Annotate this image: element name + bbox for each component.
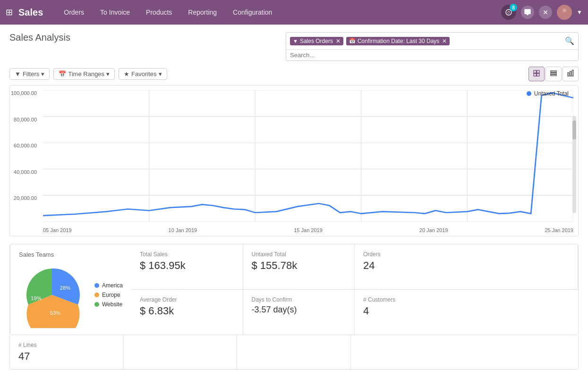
pie-chart-svg: 28% 53% 19% (19, 262, 85, 328)
legend-dot (527, 91, 531, 96)
stat-untaxed-total: Untaxed Total $ 155.78k (243, 244, 355, 290)
svg-rect-7 (537, 74, 539, 76)
stat-orders-label: Orders (363, 251, 569, 258)
svg-text:⏱: ⏱ (507, 10, 511, 15)
search-input[interactable] (290, 52, 574, 59)
nav-menu: Orders To Invoice Products Reporting Con… (57, 6, 501, 19)
svg-rect-9 (551, 73, 556, 74)
pie-legend: America Europe Website (94, 282, 123, 308)
chart-scrollbar-thumb[interactable] (572, 121, 576, 139)
nav-to-invoice[interactable]: To Invoice (94, 6, 136, 19)
x-label-3: 20 Jan 2019 (419, 227, 448, 233)
calendar-icon: 📅 (349, 38, 356, 44)
close-icon-btn[interactable] (539, 6, 552, 19)
stat-lines-empty-2 (237, 335, 351, 369)
lines-row: # Lines 47 (9, 335, 579, 370)
stat-untaxed-value: $ 155.78k (252, 260, 346, 272)
y-label-3: 40,000.00 (14, 169, 37, 175)
x-label-2: 15 Jan 2019 (294, 227, 323, 233)
bar-view-button[interactable] (562, 67, 579, 81)
time-ranges-chevron: ▾ (106, 70, 110, 78)
svg-rect-8 (551, 71, 556, 72)
stats-grid: Total Sales $ 163.95k Untaxed Total $ 15… (9, 244, 579, 335)
toolbar: ▼ Filters ▾ 📅 Time Ranges ▾ ★ Favorites … (9, 67, 579, 81)
stat-total-sales: Total Sales $ 163.95k (131, 244, 243, 290)
favorites-chevron: ▾ (159, 70, 162, 78)
stat-orders-value: 24 (363, 260, 569, 272)
app-name: Sales (18, 7, 43, 18)
sales-teams-cell: Sales Teams 28% 53% (10, 244, 131, 335)
filter-icon: ▼ (15, 70, 21, 78)
sales-teams-title: Sales Teams (19, 251, 123, 258)
svg-rect-11 (568, 73, 569, 76)
filters-chevron: ▾ (41, 70, 44, 78)
pie-legend-website: Website (94, 301, 123, 308)
pie-chart-area: 28% 53% 19% America Europe Websi (19, 262, 123, 328)
filter-tag-sales-orders: ▼ Sales Orders ✕ (290, 37, 343, 45)
svg-rect-5 (537, 70, 539, 73)
pie-legend-label-europe: Europe (102, 292, 120, 298)
time-ranges-button[interactable]: 📅 Time Ranges ▾ (53, 68, 115, 80)
nav-reporting[interactable]: Reporting (181, 6, 223, 19)
nav-configuration[interactable]: Configuration (226, 6, 279, 19)
pie-legend-europe: Europe (94, 292, 123, 298)
svg-rect-10 (551, 75, 556, 76)
stat-total-sales-value: $ 163.95k (140, 260, 234, 272)
grid-icon[interactable]: ⊞ (6, 7, 13, 17)
y-axis-labels: 100,000.00 80,000.00 60,000.00 40,000.00… (10, 90, 41, 222)
y-label-4: 20,000.00 (14, 195, 37, 201)
filter-tag-close[interactable]: ✕ (336, 38, 341, 44)
search-button[interactable]: 🔍 (565, 36, 574, 45)
svg-rect-4 (534, 70, 536, 73)
stat-days-value: -3.57 day(s) (252, 305, 346, 315)
filter-icon: ▼ (293, 38, 298, 44)
chart-scrollbar[interactable] (572, 116, 576, 214)
legend-label: Untaxed Total (534, 90, 569, 97)
stat-days-label: Days to Confirm (252, 296, 346, 303)
top-navigation: ⊞ Sales Orders To Invoice Products Repor… (0, 0, 588, 25)
filter-tag-date-close[interactable]: ✕ (442, 38, 447, 44)
y-label-0: 100,000.00 (11, 90, 37, 96)
svg-rect-6 (534, 74, 536, 76)
nav-products[interactable]: Products (139, 6, 179, 19)
pie-legend-america: America (94, 282, 123, 289)
notification-badge: 8 (510, 4, 517, 11)
favorites-label: Favorites (131, 70, 156, 78)
page-content: Sales Analysis ▼ Sales Orders ✕ 📅 Confir… (0, 25, 588, 372)
stat-lines-label: # Lines (18, 342, 115, 348)
pie-label-website: 19% (31, 295, 41, 301)
pie-legend-dot-website (94, 302, 99, 307)
pie-label-america: 28% (60, 285, 70, 291)
svg-rect-13 (572, 70, 573, 76)
notification-button[interactable]: ⏱ 8 (501, 5, 516, 20)
svg-rect-12 (570, 71, 571, 76)
list-view-button[interactable] (545, 67, 562, 81)
filters-button[interactable]: ▼ Filters ▾ (9, 68, 50, 80)
avatar[interactable] (557, 5, 572, 20)
search-input-row (286, 50, 578, 61)
page-header: Sales Analysis ▼ Sales Orders ✕ 📅 Confir… (9, 32, 579, 61)
stat-avg-order-label: Average Order (140, 296, 234, 303)
pivot-view-button[interactable] (528, 67, 545, 81)
avatar-dropdown-icon[interactable]: ▼ (577, 9, 582, 16)
x-label-4: 25 Jan 2019 (545, 227, 573, 233)
stat-orders: Orders 24 (355, 244, 578, 290)
stat-customers: # Customers 4 (355, 290, 578, 335)
favorites-button[interactable]: ★ Favorites ▾ (119, 68, 167, 80)
chat-icon-btn[interactable] (521, 6, 534, 19)
search-area: ▼ Sales Orders ✕ 📅 Confirmation Date: La… (286, 32, 579, 61)
x-label-0: 05 Jan 2019 (43, 227, 72, 233)
stat-lines: # Lines 47 (10, 335, 124, 369)
stat-untaxed-label: Untaxed Total (252, 251, 346, 258)
stat-total-sales-label: Total Sales (140, 251, 234, 258)
stat-lines-empty-3 (351, 335, 578, 369)
x-label-1: 10 Jan 2019 (169, 227, 197, 233)
star-icon: ★ (124, 70, 129, 78)
y-label-1: 80,000.00 (14, 117, 37, 122)
time-ranges-label: Time Ranges (68, 70, 104, 78)
pie-legend-dot-america (94, 283, 99, 288)
nav-orders[interactable]: Orders (57, 6, 91, 19)
filter-tag-confirmation-date: 📅 Confirmation Date: Last 30 Days ✕ (346, 37, 450, 45)
svg-point-3 (561, 14, 568, 17)
stat-customers-label: # Customers (363, 296, 570, 303)
